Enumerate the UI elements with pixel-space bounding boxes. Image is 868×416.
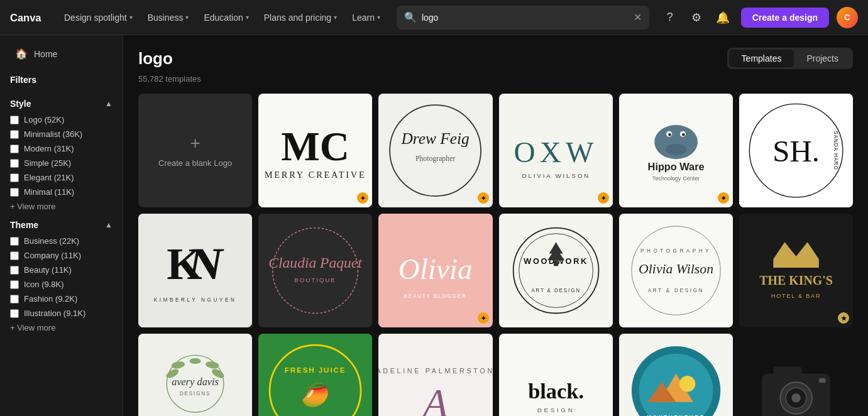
filter-modern[interactable]: Modern (31K) (0, 141, 123, 156)
chevron-up-icon: ▲ (105, 221, 113, 229)
filter-company-checkbox[interactable] (10, 251, 19, 260)
template-card[interactable]: ADELINE PALMERSTON A (378, 334, 492, 416)
filter-minimalist-checkbox[interactable] (10, 130, 19, 139)
nav-plans-pricing[interactable]: Plans and pricing ▾ (258, 9, 343, 26)
settings-icon[interactable]: ⚙ (686, 7, 707, 28)
svg-text:ART & DESIGN: ART & DESIGN (531, 288, 581, 293)
style-view-more[interactable]: + View more (0, 199, 123, 214)
svg-point-19 (666, 144, 686, 155)
svg-point-80 (679, 376, 695, 391)
filter-minimal[interactable]: Minimal (11K) (0, 185, 123, 199)
template-card[interactable]: Claudia Paquet BOUTIQUE (258, 214, 372, 327)
help-icon[interactable]: ? (659, 7, 681, 28)
filter-company[interactable]: Company (11K) (0, 248, 123, 263)
template-card[interactable]: PHOTOGRAPHY Olivia Wilson ART & DESIGN (619, 214, 733, 327)
tab-projects[interactable]: Projects (794, 50, 851, 67)
svg-text:PHOTOGRAPHY: PHOTOGRAPHY (640, 248, 711, 254)
filter-fashion[interactable]: Fashion (9.2K) (0, 292, 123, 306)
top-navigation: Canva Design spotlight ▾ Business ▾ Educ… (0, 0, 868, 35)
filter-illustration-checkbox[interactable] (10, 309, 19, 318)
template-card[interactable]: MC MERRY CREATIVE ✦ (258, 94, 372, 207)
create-design-button[interactable]: Create a design (741, 8, 829, 28)
template-card[interactable]: K N KIMBERLY NGUYEN (138, 214, 252, 327)
filter-business-checkbox[interactable] (10, 237, 19, 246)
pro-badge: ✦ (718, 192, 729, 204)
template-card[interactable]: black. DESIGN (499, 334, 613, 416)
card-image: Drew Feig Photographer (378, 94, 492, 207)
card-image: Hippo Ware Technology Center (619, 94, 733, 207)
svg-text:Drew Feig: Drew Feig (401, 129, 470, 147)
svg-text:BOUTIQUE: BOUTIQUE (295, 276, 336, 283)
template-card[interactable]: OXW OLIVIA WILSON ✦ (499, 94, 613, 207)
filter-simple[interactable]: Simple (25K) (0, 156, 123, 170)
avatar[interactable]: C (837, 7, 858, 28)
card-image: WOODWORK ART & DESIGN (499, 214, 613, 327)
svg-rect-37 (499, 214, 613, 327)
canva-logo[interactable]: Canva (10, 10, 48, 25)
card-image: black. DESIGN (499, 334, 613, 416)
svg-text:Hippo Ware: Hippo Ware (647, 161, 704, 172)
notifications-icon[interactable]: 🔔 (712, 7, 733, 28)
template-card[interactable]: FRESH JUICE 🥭 MANGGOES (258, 334, 372, 416)
filter-icon-checkbox[interactable] (10, 280, 19, 289)
filter-business[interactable]: Business (22K) (0, 234, 123, 248)
theme-filter-section: Theme ▲ Business (22K) Company (11K) Bea… (0, 216, 123, 335)
template-card[interactable]: Hippo Ware Technology Center ✦ (619, 94, 733, 207)
template-card[interactable]: Drew Feig Photographer ✦ (378, 94, 492, 207)
svg-text:A: A (420, 381, 449, 416)
card-image: avery davis DESIGNS (138, 334, 252, 416)
card-image: BORCELLE PHOTOGRAPHY (739, 334, 853, 416)
template-card[interactable]: BORCELLE PHOTOGRAPHY (739, 334, 853, 416)
template-card[interactable]: SH. SANDA HARO (739, 94, 853, 207)
template-card[interactable]: WOODWORK ART & DESIGN (499, 214, 613, 327)
theme-section-header[interactable]: Theme ▲ (0, 216, 123, 234)
filters-title: Filters (0, 70, 123, 90)
create-blank-card[interactable]: + Create a blank Logo (138, 94, 252, 207)
nav-learn[interactable]: Learn ▾ (346, 9, 387, 26)
card-image: K N KIMBERLY NGUYEN (138, 214, 252, 327)
template-card[interactable]: THE KING'S HOTEL & BAR ★ (739, 214, 853, 327)
filter-elegant-checkbox[interactable] (10, 173, 19, 182)
filter-logo-checkbox[interactable] (10, 116, 19, 124)
svg-rect-54 (138, 334, 252, 416)
search-bar: 🔍 ✕ (397, 6, 649, 30)
template-card[interactable]: avery davis DESIGNS (138, 334, 252, 416)
template-card[interactable]: MONTVENTURE (619, 334, 733, 416)
filter-logo[interactable]: Logo (52K) (0, 112, 123, 127)
nav-education[interactable]: Education ▾ (197, 9, 255, 26)
chevron-down-icon: ▾ (185, 14, 189, 21)
card-image: SH. SANDA HARO (739, 94, 853, 207)
filter-minimalist[interactable]: Minimalist (36K) (0, 127, 123, 141)
sidebar-home[interactable]: 🏠 Home (5, 43, 118, 65)
filter-modern-checkbox[interactable] (10, 145, 19, 153)
svg-rect-50 (739, 214, 853, 327)
card-image: FRESH JUICE 🥭 MANGGOES (258, 334, 372, 416)
pro-badge: ✦ (478, 312, 489, 324)
theme-view-more[interactable]: + View more (0, 320, 123, 335)
filter-illustration[interactable]: Illustration (9.1K) (0, 306, 123, 320)
search-input[interactable] (422, 13, 634, 23)
template-card[interactable]: Olivia BEAUTY BLOGGER ✦ (378, 214, 492, 327)
svg-text:KIMBERLY NGUYEN: KIMBERLY NGUYEN (154, 298, 237, 304)
filter-beauty[interactable]: Beauty (11K) (0, 263, 123, 277)
nav-business[interactable]: Business ▾ (141, 9, 195, 26)
svg-text:OLIVIA WILSON: OLIVIA WILSON (522, 172, 590, 179)
nav-icon-group: ? ⚙ 🔔 (659, 7, 733, 28)
filter-elegant[interactable]: Elegant (21K) (0, 170, 123, 185)
svg-text:BEAUTY BLOGGER: BEAUTY BLOGGER (404, 293, 467, 299)
svg-point-18 (682, 133, 685, 136)
card-image: Claudia Paquet BOUTIQUE (258, 214, 372, 327)
svg-rect-43 (553, 260, 558, 266)
filter-fashion-checkbox[interactable] (10, 295, 19, 304)
svg-point-60 (190, 358, 201, 364)
filter-simple-checkbox[interactable] (10, 159, 19, 168)
filter-icon[interactable]: Icon (9.8K) (0, 277, 123, 292)
svg-text:Technology Center: Technology Center (652, 175, 700, 182)
style-section-header[interactable]: Style ▲ (0, 95, 123, 112)
filter-beauty-checkbox[interactable] (10, 266, 19, 275)
filter-minimal-checkbox[interactable] (10, 188, 19, 197)
tab-templates[interactable]: Templates (729, 50, 794, 67)
clear-search-button[interactable]: ✕ (634, 11, 642, 23)
nav-design-spotlight[interactable]: Design spotlight ▾ (58, 9, 139, 26)
svg-text:ADELINE PALMERSTON: ADELINE PALMERSTON (378, 368, 492, 375)
